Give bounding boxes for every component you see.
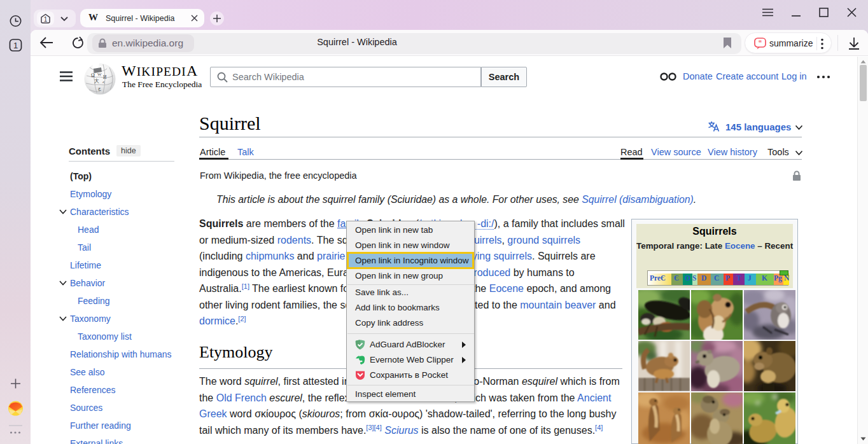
svg-text:W: W: [97, 72, 102, 77]
svg-text:大: 大: [94, 78, 99, 84]
svg-text:1: 1: [13, 41, 18, 50]
svg-text:Ω: Ω: [91, 73, 95, 78]
svg-text:“: “: [759, 39, 762, 46]
svg-text:1: 1: [44, 16, 48, 23]
svg-text:ང: ང: [102, 81, 105, 86]
svg-text:ج: ج: [98, 86, 101, 91]
svg-text:И: И: [103, 74, 107, 80]
